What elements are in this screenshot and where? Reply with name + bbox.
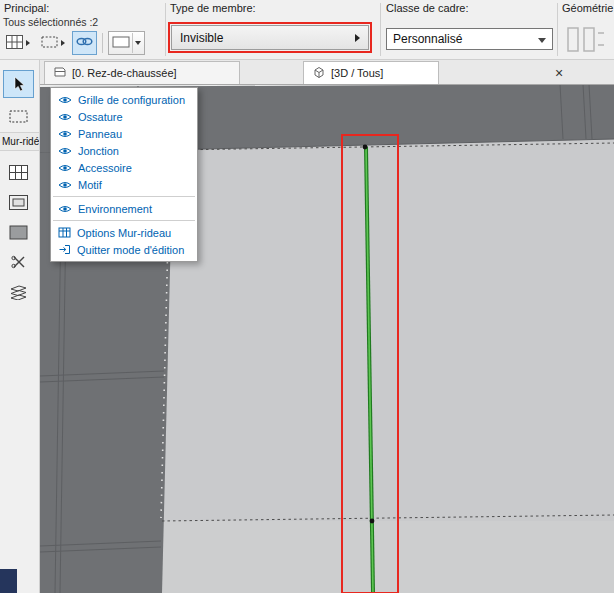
- menu-item-motif[interactable]: Motif: [51, 176, 197, 193]
- cw-panel-tool-button[interactable]: [3, 218, 34, 246]
- eye-icon: [58, 180, 72, 190]
- arrow-tool-button[interactable]: [3, 70, 34, 98]
- scissors-icon: [11, 255, 26, 270]
- toolbar-separator: [102, 33, 103, 53]
- menu-item-jonction[interactable]: Jonction: [51, 142, 197, 159]
- curtain-wall-panel-title: Mur-ridé: [0, 132, 39, 151]
- menu-item-ossature[interactable]: Ossature: [51, 108, 197, 125]
- flyout-arrow-icon: [61, 40, 65, 46]
- menu-item-label: Jonction: [78, 145, 119, 157]
- menu-separator: [53, 196, 195, 197]
- panel-fill-icon: [9, 225, 28, 240]
- cw-junction-tool-button[interactable]: [3, 248, 34, 276]
- tab-label: [3D / Tous]: [331, 67, 383, 79]
- toolbar-divider: [165, 3, 166, 56]
- frame-class-value: Personnalisé: [393, 32, 462, 46]
- menu-separator: [53, 220, 195, 221]
- menu-item-grille[interactable]: Grille de configuration: [51, 91, 197, 108]
- toolbar-divider: [380, 3, 381, 56]
- tab-floor-plan[interactable]: [0. Rez-de-chaussée]: [44, 61, 240, 84]
- menu-item-environnement[interactable]: Environnement: [51, 200, 197, 217]
- eye-icon: [58, 129, 72, 139]
- menu-item-quitter[interactable]: Quitter mode d'édition: [51, 241, 197, 258]
- menu-item-label: Panneau: [78, 128, 122, 140]
- edit-scheme-button[interactable]: [2, 31, 34, 55]
- exit-icon: [58, 244, 71, 255]
- frame-preview-icon: [112, 36, 130, 51]
- grid-options-icon: [58, 227, 71, 238]
- app-window: Principal: Tous sélectionnés :2: [0, 0, 614, 593]
- cube-3d-icon: [312, 66, 325, 81]
- flyout-arrow-icon: [26, 40, 30, 46]
- marquee-tool-button[interactable]: [3, 102, 34, 130]
- marquee-icon: [41, 36, 58, 51]
- menu-item-options[interactable]: Options Mur-rideau: [51, 224, 197, 241]
- scheme-grid-icon: [6, 35, 23, 52]
- frame-preview-dropdown[interactable]: [108, 31, 145, 55]
- selection-handle-top[interactable]: [363, 145, 368, 150]
- selection-status: Tous sélectionnés :2: [3, 16, 98, 28]
- tab-3d-view[interactable]: [3D / Tous]: [303, 61, 439, 84]
- member-type-dropdown[interactable]: Invisible: [171, 25, 369, 50]
- panel-frame-icon: [9, 195, 28, 210]
- curtain-wall-edit-menu: Grille de configuration Ossature Panneau…: [50, 87, 198, 262]
- link-toggle-button[interactable]: [72, 31, 97, 55]
- menu-item-label: Options Mur-rideau: [77, 227, 171, 239]
- floor-plan-icon: [53, 66, 66, 80]
- close-tab-button[interactable]: ×: [545, 61, 573, 84]
- cw-grid-tool-button[interactable]: [3, 158, 34, 186]
- menu-item-label: Grille de configuration: [78, 94, 185, 106]
- geometry-section-label: Géométrie d: [562, 2, 614, 14]
- menu-item-label: Ossature: [78, 111, 123, 123]
- eye-icon: [58, 95, 72, 105]
- principal-button-row: [2, 31, 145, 55]
- menu-item-label: Environnement: [78, 203, 152, 215]
- member-type-label: Type de membre:: [170, 2, 256, 14]
- cw-frame-tool-button[interactable]: [3, 188, 34, 216]
- menu-item-label: Accessoire: [78, 162, 132, 174]
- tool-sidebar: Mur-ridé: [0, 60, 40, 593]
- tab-label: [0. Rez-de-chaussée]: [72, 67, 177, 79]
- eye-icon: [58, 204, 72, 214]
- chevron-down-icon: [135, 41, 141, 45]
- menu-item-label: Quitter mode d'édition: [77, 244, 184, 256]
- layers-stack-icon: [10, 285, 27, 300]
- geometry-method-button[interactable]: [566, 25, 606, 58]
- view-tabbar: [0. Rez-de-chaussée] [3D / Tous] ×: [40, 60, 614, 85]
- eye-icon: [58, 146, 72, 156]
- cw-accessory-tool-button[interactable]: [3, 278, 34, 306]
- bottom-left-panel-corner: [0, 569, 17, 593]
- principal-label: Principal:: [4, 2, 49, 14]
- toolbar-divider: [557, 3, 558, 56]
- popup-arrow-icon: [355, 34, 360, 42]
- menu-item-accessoire[interactable]: Accessoire: [51, 159, 197, 176]
- frame-class-label: Classe de cadre:: [386, 2, 469, 14]
- chevron-down-icon: [538, 38, 546, 43]
- configuration-grid-icon: [9, 165, 28, 180]
- toolbar: Principal: Tous sélectionnés :2: [0, 0, 614, 60]
- annotation-red-box: Invisible: [168, 22, 372, 53]
- toolbar-separator: [132, 33, 133, 53]
- cursor-arrow-icon: [13, 76, 25, 92]
- frame-class-combobox[interactable]: Personnalisé: [386, 28, 553, 50]
- menu-item-label: Motif: [78, 179, 102, 191]
- eye-icon: [58, 112, 72, 122]
- eye-icon: [58, 163, 72, 173]
- chain-link-icon: [76, 35, 93, 51]
- selection-handle-bottom[interactable]: [370, 519, 375, 524]
- marquee-icon: [9, 110, 28, 123]
- menu-item-panneau[interactable]: Panneau: [51, 125, 197, 142]
- marquee-mode-button[interactable]: [37, 31, 69, 55]
- member-type-value: Invisible: [180, 31, 223, 45]
